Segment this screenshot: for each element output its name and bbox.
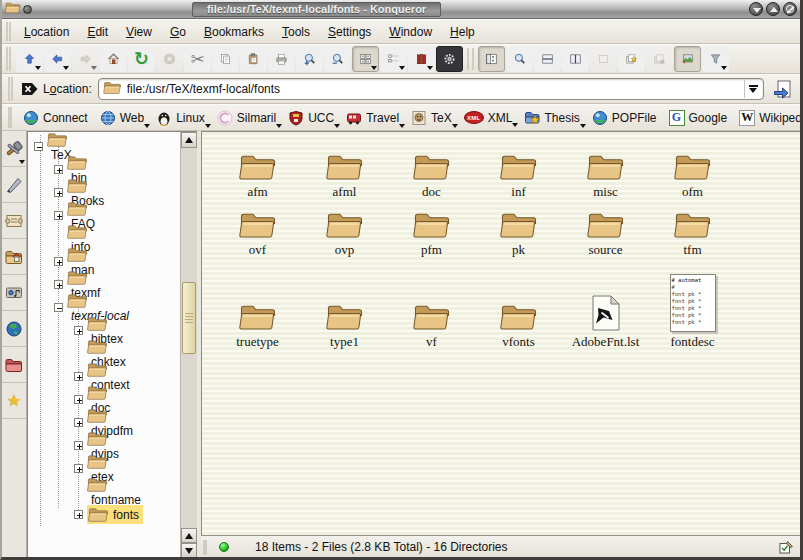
file-fontdesc[interactable]: # automat#font pk *font pk *font pk *fon… <box>649 274 736 350</box>
tree-item-TeX[interactable]: TeX <box>28 135 180 158</box>
bookmark-connect[interactable]: Connect <box>18 108 93 128</box>
konqueror-gear-throbber-button[interactable] <box>436 46 463 72</box>
scrollbar-up-button[interactable] <box>181 132 197 148</box>
sidebar-services-button[interactable] <box>2 275 26 311</box>
expand-plus-icon[interactable] <box>74 395 83 404</box>
menu-bookmarks[interactable]: Bookmarks <box>195 22 273 42</box>
bookmarks-grip[interactable] <box>8 107 12 128</box>
folder-type1[interactable]: type1 <box>301 301 388 350</box>
bookmark-tex[interactable]: TeX <box>406 108 457 128</box>
collapse-minus-icon[interactable] <box>34 142 43 151</box>
expand-plus-icon[interactable] <box>54 257 63 266</box>
folder-vf[interactable]: vf <box>388 301 475 350</box>
sidebar-root-folder-button[interactable] <box>2 347 26 383</box>
tree-item-FAQ[interactable]: FAQ <box>28 204 180 227</box>
back-button[interactable] <box>44 46 71 72</box>
folder-ovp[interactable]: ovp <box>301 209 388 258</box>
folder-pk[interactable]: pk <box>475 209 562 258</box>
toolbar-grip[interactable] <box>6 47 11 71</box>
expand-plus-icon[interactable] <box>74 464 83 473</box>
menubar-grip[interactable] <box>6 22 11 41</box>
up-button[interactable] <box>16 46 43 72</box>
folder-afm[interactable]: afm <box>214 151 301 200</box>
paste-button[interactable] <box>240 46 267 72</box>
bookmark-google[interactable]: GGoogle <box>664 108 733 128</box>
toolbar-grip[interactable] <box>8 77 13 101</box>
folder-inf[interactable]: inf <box>475 151 562 200</box>
tree-item-info[interactable]: info <box>28 227 180 250</box>
folder-afml[interactable]: afml <box>301 151 388 200</box>
titlebar[interactable]: file:/usr/TeX/texmf-local/fonts - Konque… <box>2 0 800 19</box>
menu-tools[interactable]: Tools <box>273 22 319 42</box>
print-button[interactable] <box>268 46 295 72</box>
tree-item-Books[interactable]: Books <box>28 181 180 204</box>
detailed-list-view-mode-button[interactable] <box>408 46 435 72</box>
go-button[interactable] <box>770 76 796 102</box>
window-menu-icon[interactable] <box>5 1 21 17</box>
bookmark-linux[interactable]: Linux <box>151 108 210 128</box>
expand-plus-icon[interactable] <box>54 165 63 174</box>
expand-plus-icon[interactable] <box>54 280 63 289</box>
find-file-button[interactable] <box>506 46 533 72</box>
tree-item-fonts[interactable]: fonts <box>28 503 180 526</box>
bookmark-popfile[interactable]: POPFile <box>587 108 662 128</box>
folder-tfm[interactable]: tfm <box>649 209 736 258</box>
scrollbar-up-button-2[interactable] <box>181 528 197 543</box>
multicolumn-view-mode-button[interactable] <box>380 46 407 72</box>
new-tab-button[interactable] <box>618 46 645 72</box>
bookmark-wikipedia[interactable]: WWikipedia <box>734 108 803 128</box>
menu-location[interactable]: Location <box>15 22 78 42</box>
scrollbar-down-button[interactable] <box>181 543 197 558</box>
tree-item-fontname[interactable]: fontname <box>28 480 180 503</box>
collapse-minus-icon[interactable] <box>54 303 63 312</box>
close-button[interactable] <box>783 2 797 16</box>
location-input[interactable]: file:/usr/TeX/texmf-local/fonts <box>98 78 764 100</box>
image-preview-button[interactable] <box>674 46 701 72</box>
statusbar-handle[interactable] <box>203 540 207 555</box>
split-view-top-bottom-button[interactable] <box>534 46 561 72</box>
menu-go[interactable]: Go <box>161 22 195 42</box>
menu-settings[interactable]: Settings <box>319 22 380 42</box>
folder-doc[interactable]: doc <box>388 151 475 200</box>
icon-view-mode-button[interactable] <box>352 46 379 72</box>
menu-help[interactable]: Help <box>441 22 484 42</box>
bookmark-web[interactable]: Web <box>95 108 149 128</box>
bookmark-xml[interactable]: XMLXML <box>459 109 518 127</box>
statusbar-settings-icon[interactable] <box>779 540 794 555</box>
zoom-out-button[interactable] <box>324 46 351 72</box>
sidebar-network-button[interactable] <box>2 311 26 347</box>
folder-vfonts[interactable]: vfonts <box>475 301 562 350</box>
sidebar-history-button[interactable] <box>2 203 26 239</box>
expand-plus-icon[interactable] <box>74 372 83 381</box>
minimize-button[interactable] <box>749 2 763 16</box>
sidebar-annotate-button[interactable] <box>2 167 26 203</box>
tree-item-man[interactable]: man <box>28 250 180 273</box>
menu-window[interactable]: Window <box>380 22 441 42</box>
folder-source[interactable]: source <box>562 209 649 258</box>
show-navigation-panel-button[interactable] <box>478 46 505 72</box>
menu-view[interactable]: View <box>117 22 161 42</box>
expand-plus-icon[interactable] <box>74 441 83 450</box>
sidebar-configure-button[interactable] <box>2 131 26 167</box>
sidebar-home-directory-button[interactable] <box>2 239 26 275</box>
folder-ovf[interactable]: ovf <box>214 209 301 258</box>
folder-pfm[interactable]: pfm <box>388 209 475 258</box>
bookmark-silmaril[interactable]: Silmaril <box>212 108 281 128</box>
bookmark-thesis[interactable]: Thesis <box>519 108 584 128</box>
folder-misc[interactable]: misc <box>562 151 649 200</box>
cut-button[interactable]: ✂ <box>184 46 211 72</box>
expand-plus-icon[interactable] <box>54 188 63 197</box>
bookmark-ucc[interactable]: UCC <box>283 108 339 128</box>
menu-edit[interactable]: Edit <box>78 22 117 42</box>
bookmark-travel[interactable]: Travel <box>341 108 404 128</box>
home-button[interactable] <box>100 46 127 72</box>
folder-truetype[interactable]: truetype <box>214 301 301 350</box>
tree-scrollbar[interactable] <box>180 132 197 558</box>
expand-plus-icon[interactable] <box>74 418 83 427</box>
filter-button[interactable] <box>702 46 729 72</box>
expand-plus-icon[interactable] <box>74 326 83 335</box>
clear-location-button[interactable] <box>17 77 41 101</box>
scrollbar-thumb[interactable] <box>182 282 196 354</box>
location-dropdown-button[interactable] <box>744 80 761 98</box>
zoom-in-button[interactable] <box>296 46 323 72</box>
